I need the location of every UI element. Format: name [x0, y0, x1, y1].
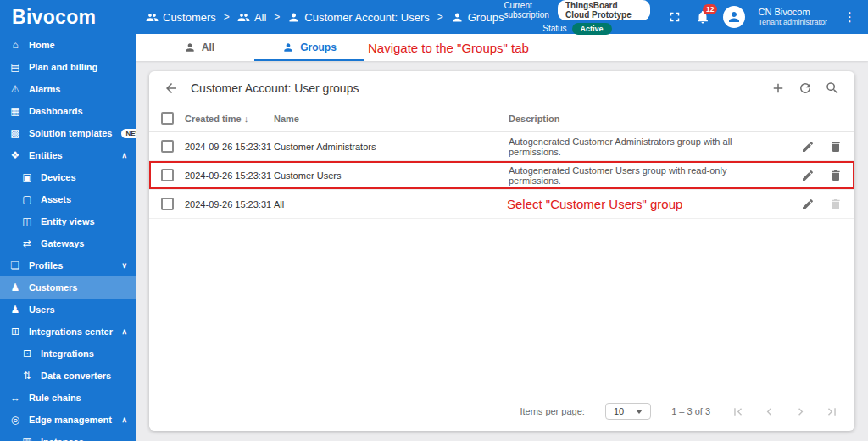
breadcrumb-all[interactable]: All: [237, 11, 266, 24]
table-row[interactable]: 2024-09-26 15:23:31 All: [149, 190, 854, 219]
sidebar-item-customers[interactable]: ♟Customers: [0, 276, 136, 299]
cell-description: Autogenerated Customer Administrators gr…: [509, 137, 778, 157]
refresh-button[interactable]: [798, 81, 813, 96]
templates-icon: ▩: [8, 127, 22, 139]
sidebar-item-assets[interactable]: ▢Assets: [0, 188, 136, 210]
new-badge: NEW: [121, 129, 136, 138]
entities-icon: ❖: [8, 149, 22, 161]
first-page-icon: [731, 405, 745, 419]
fullscreen-icon: [667, 9, 682, 25]
items-per-page-select[interactable]: 10: [605, 403, 651, 420]
chevron-right-icon: [793, 405, 808, 419]
tab-bar: All Groups Navigate to the "Groups" tab: [136, 34, 868, 61]
sidebar-item-profiles[interactable]: ❏Profiles∨: [0, 254, 136, 276]
cell-name: All: [274, 199, 509, 209]
last-page-button[interactable]: [825, 405, 839, 419]
sidebar-item-alarms[interactable]: ⚠Alarms: [0, 78, 136, 100]
sidebar-item-edge-management[interactable]: ◎Edge management∧: [0, 409, 136, 431]
sidebar-item-entity-views[interactable]: ◫Entity views: [0, 210, 136, 232]
sidebar-item-home[interactable]: ⌂Home: [0, 34, 136, 56]
pagination-range: 1 – 3 of 3: [671, 406, 710, 416]
edit-button[interactable]: [801, 198, 815, 211]
sidebar-item-gateways[interactable]: ⇄Gateways: [0, 232, 136, 254]
breadcrumb-label: Customers: [163, 11, 216, 24]
tab-all[interactable]: All: [144, 34, 254, 61]
top-header: Bivocom Customers > All > Customer Accou…: [0, 0, 868, 34]
sidebar-item-instances[interactable]: ▥Instances: [0, 431, 136, 441]
chevron-down-icon: ∨: [121, 261, 127, 270]
annotation-row-note: Select "Customer Users" group: [507, 197, 682, 211]
sidebar-item-integrations[interactable]: ⊡Integrations: [0, 343, 136, 365]
row-checkbox[interactable]: [161, 140, 174, 153]
column-description[interactable]: Description: [509, 114, 778, 124]
search-icon: [825, 81, 840, 96]
chevron-left-icon: [762, 405, 776, 419]
user-groups-panel: Customer Account: User groups Created ti…: [149, 71, 854, 431]
plus-icon: [771, 81, 786, 96]
pencil-icon: [801, 198, 815, 211]
refresh-icon: [798, 81, 813, 96]
chevron-up-icon: ∧: [121, 327, 127, 336]
trash-icon: [829, 140, 843, 154]
first-page-button[interactable]: [731, 405, 745, 419]
row-checkbox[interactable]: [161, 169, 174, 181]
more-menu-button[interactable]: ⋮: [840, 9, 860, 25]
select-all-checkbox[interactable]: [161, 112, 174, 125]
logo[interactable]: Bivocom: [0, 6, 136, 29]
items-per-page-label: Items per page:: [520, 406, 584, 416]
annotation-tab-note: Navigate to the "Groups" tab: [368, 41, 529, 55]
breadcrumb-customers[interactable]: Customers: [146, 11, 216, 24]
delete-button[interactable]: [829, 140, 843, 154]
table-row-customer-users[interactable]: 2024-09-26 15:23:31 Customer Users Autog…: [149, 161, 854, 190]
add-group-button[interactable]: [771, 81, 786, 96]
edit-button[interactable]: [801, 140, 815, 154]
subscription-status: Current subscription ThingsBoard Cloud P…: [504, 0, 650, 35]
sidebar-item-solution-templates[interactable]: ▩Solution templatesNEW: [0, 122, 136, 144]
trash-icon: [829, 198, 843, 211]
gateways-icon: ⇄: [20, 237, 34, 249]
pagination-controls: [731, 405, 839, 419]
breadcrumb: Customers > All > Customer Account: User…: [146, 11, 504, 24]
home-icon: ⌂: [8, 39, 22, 51]
breadcrumb-customer-account-users[interactable]: Customer Account: Users: [287, 11, 429, 24]
breadcrumb-groups[interactable]: Groups: [451, 11, 504, 24]
cell-created-time: 2024-09-26 15:23:31: [185, 199, 274, 209]
avatar[interactable]: [723, 6, 745, 28]
column-name[interactable]: Name: [274, 114, 509, 124]
sidebar-item-entities[interactable]: ❖Entities∧: [0, 144, 136, 166]
table-header: Created time↓ Name Description: [149, 105, 854, 132]
notification-count-badge: 12: [703, 4, 717, 14]
row-checkbox[interactable]: [161, 198, 174, 210]
table-row[interactable]: 2024-09-26 15:23:31 Customer Administrat…: [149, 132, 854, 161]
fullscreen-button[interactable]: [667, 9, 682, 25]
sidebar-item-rule-chains[interactable]: ↔Rule chains: [0, 387, 136, 409]
delete-button[interactable]: [829, 169, 843, 182]
pencil-icon: [801, 140, 815, 154]
sidebar-item-users[interactable]: ♟Users: [0, 299, 136, 321]
person-icon: [451, 11, 464, 24]
previous-page-button[interactable]: [762, 405, 776, 419]
sidebar-item-data-converters[interactable]: ⇅Data converters: [0, 365, 136, 387]
person-icon: [282, 42, 294, 53]
back-button[interactable]: [164, 81, 179, 96]
alarm-icon: ⚠: [8, 83, 22, 95]
edit-button[interactable]: [801, 169, 815, 182]
next-page-button[interactable]: [793, 405, 808, 419]
entity-views-icon: ◫: [20, 215, 34, 227]
edge-icon: ◎: [8, 414, 22, 426]
sidebar-item-plan-and-billing[interactable]: ▤Plan and billing: [0, 56, 136, 78]
person-icon: [287, 11, 300, 24]
back-arrow-icon: [164, 81, 179, 96]
billing-icon: ▤: [8, 61, 22, 73]
cell-name: Customer Administrators: [274, 142, 509, 152]
subscription-chip[interactable]: ThingsBoard Cloud Prototype: [558, 0, 651, 20]
sidebar-item-integrations-center[interactable]: ⊞Integrations center∧: [0, 321, 136, 343]
integrations-icon: ⊡: [20, 348, 34, 360]
pencil-icon: [801, 169, 815, 182]
sidebar-item-devices[interactable]: ▣Devices: [0, 166, 136, 188]
column-created-time[interactable]: Created time↓: [185, 114, 274, 124]
tab-groups[interactable]: Groups: [254, 34, 364, 61]
notifications-button[interactable]: 12: [695, 9, 710, 25]
sidebar-item-dashboards[interactable]: ▦Dashboards: [0, 100, 136, 122]
search-button[interactable]: [825, 81, 840, 96]
